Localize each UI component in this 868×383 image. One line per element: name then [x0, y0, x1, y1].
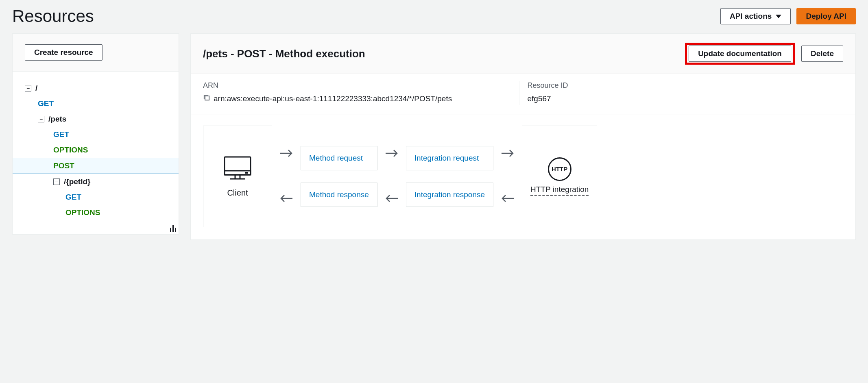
- arrow-left-icon: [501, 194, 515, 205]
- integration-request-card[interactable]: Integration request: [406, 146, 493, 170]
- tree-resource-petid[interactable]: − /{petId}: [13, 174, 179, 189]
- deploy-api-button[interactable]: Deploy API: [796, 8, 856, 24]
- resources-sidebar: Create resource − / GET − /pets GET OPTI…: [12, 33, 179, 235]
- highlight-annotation: Update documentation: [685, 43, 795, 65]
- collapse-icon[interactable]: −: [53, 178, 60, 185]
- tree-method-get-petid[interactable]: GET: [13, 189, 179, 205]
- http-icon: HTTP: [548, 157, 571, 181]
- method-panel-header: /pets - POST - Method execution Update d…: [191, 34, 855, 74]
- caret-down-icon: [776, 12, 781, 21]
- delete-button[interactable]: Delete: [801, 46, 843, 62]
- arrow-left-icon: [385, 194, 399, 205]
- http-integration-card: HTTP HTTP integration: [522, 126, 597, 227]
- client-card: Client: [203, 126, 272, 227]
- integration-response-card[interactable]: Integration response: [406, 183, 493, 207]
- tree-resource-pets[interactable]: − /pets: [13, 111, 179, 127]
- collapse-icon[interactable]: −: [25, 85, 31, 91]
- svg-rect-4: [245, 172, 248, 174]
- resize-handle-icon[interactable]: [170, 225, 176, 232]
- create-resource-button[interactable]: Create resource: [25, 44, 103, 61]
- method-response-card[interactable]: Method response: [301, 183, 377, 207]
- tree-method-get-pets[interactable]: GET: [13, 127, 179, 142]
- collapse-icon[interactable]: −: [38, 116, 44, 122]
- update-documentation-button[interactable]: Update documentation: [689, 46, 791, 62]
- tree-resource-root[interactable]: − /: [13, 81, 179, 96]
- api-actions-button[interactable]: API actions: [720, 8, 791, 24]
- method-execution-flow: Client Method request Method response: [191, 115, 855, 239]
- method-request-card[interactable]: Method request: [301, 146, 377, 170]
- svg-marker-0: [776, 15, 781, 18]
- method-title: /pets - POST - Method execution: [203, 48, 365, 60]
- page-title: Resources: [12, 7, 94, 26]
- arrow-right-icon: [501, 148, 515, 159]
- resource-id-label: Resource ID: [528, 81, 835, 90]
- arrow-right-icon: [385, 148, 399, 159]
- arn-label: ARN: [203, 81, 511, 90]
- copy-icon[interactable]: [203, 93, 210, 105]
- method-panel: /pets - POST - Method execution Update d…: [190, 33, 856, 240]
- arrow-right-icon: [279, 148, 293, 159]
- tree-method-options-pets[interactable]: OPTIONS: [13, 142, 179, 158]
- tree-method-options-petid[interactable]: OPTIONS: [13, 205, 179, 220]
- page-header: Resources API actions Deploy API: [12, 4, 856, 33]
- tree-method-post-pets[interactable]: POST: [13, 158, 179, 174]
- header-actions: API actions Deploy API: [720, 8, 856, 24]
- tree-method-get-root[interactable]: GET: [13, 96, 179, 111]
- method-details: ARN arn:aws:execute-api:us-east-1:111122…: [191, 74, 855, 115]
- resource-tree: − / GET − /pets GET OPTIONS POST − /{pet…: [13, 72, 179, 234]
- arn-value: arn:aws:execute-api:us-east-1:1111222233…: [214, 93, 452, 105]
- client-icon: [223, 155, 252, 183]
- svg-rect-1: [205, 96, 209, 100]
- http-integration-label: HTTP integration: [530, 185, 589, 196]
- api-actions-label: API actions: [730, 12, 772, 21]
- arrow-left-icon: [279, 194, 293, 205]
- client-label: Client: [227, 188, 248, 198]
- resource-id-value: efg567: [528, 93, 835, 105]
